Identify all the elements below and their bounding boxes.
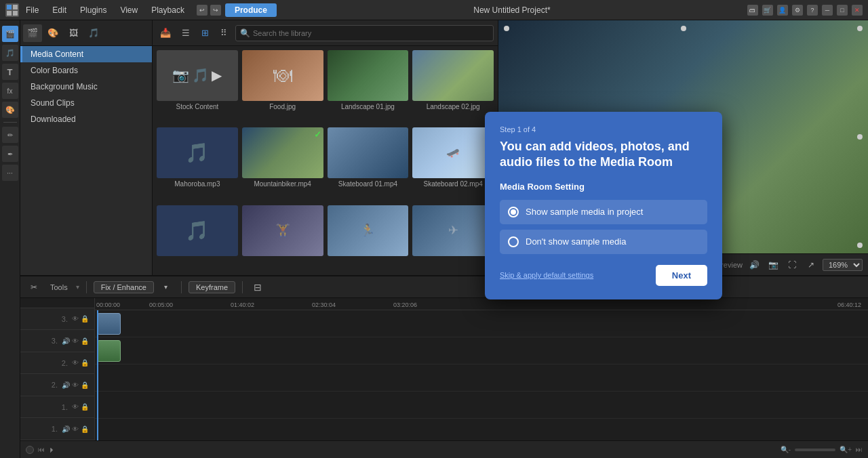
eye-icon-2v[interactable]: 👁 [72,359,79,367]
tool-edit2[interactable]: ✒ [2,146,18,162]
import-btn[interactable]: 📥 [157,24,174,42]
lock-icon-3v[interactable]: 🔒 [81,315,89,322]
lock-icon-1v[interactable]: 🔒 [81,403,89,411]
next-button[interactable]: Next [656,265,707,286]
maximize-btn[interactable]: □ [837,5,848,16]
tool-media[interactable]: 🎬 [2,26,18,42]
fix-arrow-icon[interactable]: ▾ [158,279,174,295]
tl-track-3a[interactable] [95,337,868,365]
tl-tools-label[interactable]: Tools [46,279,72,295]
lock-icon-3a[interactable]: 🔒 [81,337,89,345]
lock-icon-2a[interactable]: 🔒 [81,381,89,389]
tl-track-3v[interactable] [95,310,868,337]
tl-track-1v[interactable] [95,419,868,440]
transport-record-btn[interactable] [26,446,34,454]
settings-icon[interactable]: ⚙ [792,5,803,16]
menu-view[interactable]: View [117,4,140,16]
list-item[interactable]: ✓ Mountainbiker.mp4 [242,127,323,201]
eye-icon-1a[interactable]: 👁 [72,425,79,433]
storage-icon[interactable]: 🗃 [747,5,758,16]
snapshot-btn[interactable]: 📷 [766,257,781,272]
close-btn[interactable]: ✕ [852,5,863,16]
search-input[interactable] [253,29,489,37]
tl-extra-btn[interactable]: ⊟ [250,279,266,295]
redo-btn[interactable]: ↪ [210,5,221,16]
nav-item-bg-music[interactable]: Background Music [20,79,152,95]
nav-item-downloaded[interactable]: Downloaded [20,111,152,127]
eye-icon-2a[interactable]: 👁 [72,381,79,389]
tl-cut-icon[interactable]: ✂ [26,279,42,295]
audio-preview-btn[interactable]: 🔊 [747,257,762,272]
zoom-select[interactable]: 169% 100% 75% [823,259,863,271]
corner-mr[interactable] [857,134,863,140]
list-item[interactable]: Skateboard 01.mp4 [328,127,409,201]
detach-btn[interactable]: ↗ [804,257,818,272]
nav-item-sound-clips[interactable]: Sound Clips [20,95,152,111]
help-icon[interactable]: ? [807,5,818,16]
menu-playback[interactable]: Playback [149,4,187,16]
tool-misc[interactable]: ··· [2,165,18,181]
corner-tm[interactable] [681,26,686,31]
list-item[interactable]: 🎵 [157,205,238,271]
tl-track-2a[interactable] [95,392,868,419]
menu-edit[interactable]: Edit [50,4,69,16]
grid-view-btn[interactable]: ⊞ [196,24,214,42]
radio-show[interactable] [508,207,519,217]
radio-hide[interactable] [508,236,519,247]
tool-audio[interactable]: 🎵 [2,45,18,61]
list-item[interactable]: 📷 🎵 ▶ Stock Content [157,50,238,123]
tab-color[interactable]: 🎨 [43,24,62,42]
corner-br[interactable] [857,243,863,248]
account-icon[interactable]: 👤 [777,5,788,16]
lock-icon-1a[interactable]: 🔒 [81,425,89,433]
list-item[interactable]: 🛹 Skateboard 02.mp4 [412,127,494,201]
sound-icon-3a[interactable]: 🔊 [62,337,70,345]
corner-tr[interactable] [857,26,863,31]
eye-icon-1v[interactable]: 👁 [72,403,79,411]
tool-filter[interactable]: 🎨 [2,102,18,118]
transport-start-btn[interactable]: ⏮ [38,446,45,453]
tool-text[interactable]: T [2,64,18,80]
keyframe-btn[interactable]: Keyframe [189,281,235,293]
cart-icon[interactable]: 🛒 [762,5,773,16]
tab-music[interactable]: 🎵 [84,24,103,42]
menu-plugins[interactable]: Plugins [77,4,109,16]
minimize-btn[interactable]: ─ [822,5,833,16]
nav-item-color-boards[interactable]: Color Boards [20,62,152,79]
tl-clip-3a[interactable] [97,340,121,362]
dialog-option-hide[interactable]: Don't show sample media [500,230,707,254]
eye-icon-3a[interactable]: 👁 [72,337,79,345]
large-grid-btn[interactable]: ⠿ [215,24,233,42]
transport-end-btn[interactable]: ⏭ [856,446,863,453]
list-item[interactable]: Landscape 01.jpg [328,50,409,123]
list-item[interactable]: 🎵 Mahoroba.mp3 [157,127,238,201]
list-item[interactable]: 🏃 [328,205,409,271]
transport-zoom-in[interactable]: 🔍+ [840,446,852,453]
list-item[interactable]: 🏋 [242,205,323,271]
nav-item-media-content[interactable]: Media Content [20,46,152,62]
produce-button[interactable]: Produce [225,3,277,17]
eye-icon-3v[interactable]: 👁 [72,315,79,322]
dialog-option-show[interactable]: Show sample media in project [500,200,707,224]
tool-edit1[interactable]: ✏ [2,127,18,143]
list-item[interactable]: 🍽 Food.jpg [242,50,323,123]
tab-image[interactable]: 🖼 [64,24,83,42]
tl-clip-3v[interactable] [97,313,121,335]
transport-zoom-out[interactable]: 🔍- [781,446,791,453]
tab-media-content[interactable]: 🎬 [23,24,42,42]
fix-enhance-btn[interactable]: Fix / Enhance [94,281,154,293]
menu-file[interactable]: File [23,4,41,16]
undo-btn[interactable]: ↩ [197,5,208,16]
lock-icon-2v[interactable]: 🔒 [81,359,89,367]
fullscreen-btn[interactable]: ⛶ [785,257,800,272]
zoom-slider[interactable] [795,449,835,451]
sound-icon-1a[interactable]: 🔊 [62,425,70,433]
list-item[interactable]: Landscape 02.jpg [412,50,494,123]
list-view-btn[interactable]: ☰ [177,24,195,42]
transport-play-btn[interactable]: ⏵ [49,446,56,453]
corner-tl[interactable] [504,26,509,31]
tl-track-2v[interactable] [95,365,868,392]
list-item[interactable]: ✈ [412,205,494,271]
tool-fx[interactable]: fx [2,83,18,99]
sound-icon-2a[interactable]: 🔊 [62,381,70,389]
